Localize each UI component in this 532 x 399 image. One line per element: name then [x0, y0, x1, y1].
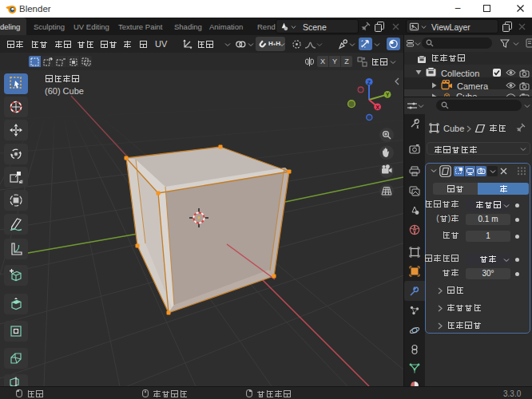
svg-text:Y: Y	[386, 92, 390, 97]
svg-text:Z: Z	[367, 80, 371, 85]
svg-text:X: X	[375, 105, 379, 110]
